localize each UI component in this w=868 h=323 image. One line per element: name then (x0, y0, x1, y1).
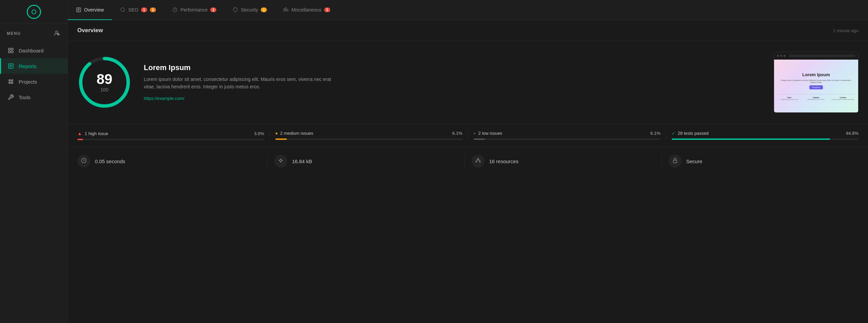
issue-high-bar (77, 139, 264, 140)
sidebar-item-projects[interactable]: Projects (0, 74, 67, 89)
score-text: 89 100 (97, 72, 113, 92)
stat-resources-icon-wrap (472, 155, 485, 168)
sidebar-item-dashboard[interactable]: Dashboard (0, 43, 67, 58)
preview-content: Lorem Ipsum Neque porro quisquam est qui… (774, 60, 858, 112)
stat-secure-icon-wrap (669, 155, 682, 168)
stat-resources: 16 resources (465, 155, 662, 168)
tab-security[interactable]: Security 1 (224, 0, 275, 20)
sidebar-logo (0, 0, 67, 24)
issue-high-text: 1 high issue (85, 131, 108, 136)
issue-low-text: 2 low issues (478, 131, 502, 136)
menu-label: MENU (7, 31, 21, 36)
issue-low-label: ● 2 low issues (474, 131, 502, 136)
svg-point-13 (12, 80, 13, 81)
issue-high-percent: 3.0% (254, 131, 264, 136)
issue-medium-bar-fill (275, 138, 287, 140)
svg-rect-4 (8, 48, 10, 50)
sidebar-item-reports[interactable]: Reports (0, 58, 67, 74)
overview-header: Overview 1 minute ago (68, 20, 868, 41)
score-max: 100 (97, 87, 113, 92)
issue-high-icon: ▲ (77, 131, 82, 136)
issue-low-icon: ● (474, 131, 476, 135)
tab-overview-label: Overview (84, 7, 104, 13)
sidebar-item-projects-label: Projects (19, 79, 37, 85)
svg-rect-27 (284, 8, 285, 11)
preview-dot-1 (777, 55, 779, 57)
tab-seo[interactable]: SEO 1 1 (112, 0, 164, 20)
issue-low-bar-fill (474, 138, 485, 140)
svg-line-25 (124, 11, 125, 12)
svg-rect-5 (12, 48, 13, 50)
svg-point-12 (9, 80, 11, 81)
score-circle: 89 100 (77, 55, 132, 109)
overview-title: Overview (77, 27, 103, 34)
issue-passed-label: ✓ 28 tests passed (672, 131, 709, 136)
preview-tagline: Neque porro quisquam est qui dolorem ips… (777, 79, 855, 83)
issue-low: ● 2 low issues 6.1% (468, 131, 666, 140)
svg-rect-28 (285, 8, 287, 11)
misc-tab-icon (283, 7, 289, 13)
tab-misc-label: Miscellaneous (291, 7, 321, 13)
issue-passed-bar (672, 138, 859, 140)
reports-icon (8, 63, 14, 69)
issue-passed: ✓ 28 tests passed 84.8% (666, 131, 859, 140)
site-url-link[interactable]: https://example.com/ (144, 96, 184, 101)
tab-performance-label: Performance (180, 7, 208, 13)
preview-footer-code: Code Completely open source code. (777, 96, 801, 100)
svg-point-35 (280, 159, 282, 162)
preview-footer-license: License One time payment, lifetime owner… (831, 96, 855, 100)
sidebar: MENU Dashboard (0, 0, 68, 323)
issue-passed-bar-fill (672, 138, 830, 140)
svg-line-34 (84, 160, 84, 161)
sidebar-item-tools[interactable]: Tools (0, 89, 67, 105)
svg-rect-6 (8, 51, 10, 53)
stat-size-icon-wrap (274, 155, 287, 168)
dashboard-icon (8, 47, 14, 53)
preview-footer-code-sub: Completely open source code. (777, 99, 801, 100)
svg-point-41 (476, 161, 477, 162)
svg-rect-29 (287, 9, 288, 11)
site-description: Lorem ipsum dolor sit amet, consectetur … (144, 76, 334, 91)
stat-size: 16.84 kB (268, 155, 465, 168)
issue-low-percent: 6.1% (650, 131, 660, 136)
site-info: Lorem Ipsum Lorem ipsum dolor sit amet, … (144, 63, 762, 102)
stat-secure-icon (672, 157, 678, 165)
preview-site-title: Lorem Ipsum (802, 72, 830, 77)
overview-tab-icon (76, 7, 81, 13)
stat-time-icon (81, 157, 87, 165)
stat-secure: Secure (662, 155, 859, 168)
preview-button: Products (809, 85, 823, 89)
issue-high-label: ▲ 1 high issue (77, 131, 108, 136)
logo-icon (27, 5, 41, 19)
stat-secure-label: Secure (686, 158, 703, 164)
stat-resources-label: 16 resources (489, 158, 519, 164)
preview-footer-updates-sub: All updates are free, forever. (804, 99, 828, 100)
issue-high-bar-fill (77, 139, 83, 140)
stat-resources-icon (475, 157, 481, 165)
logo-inner-circle (32, 9, 36, 14)
sidebar-menu-header: MENU (0, 24, 67, 41)
tab-seo-badge2: 1 (150, 7, 156, 12)
issue-passed-text: 28 tests passed (678, 131, 709, 136)
stat-size-label: 16.84 kB (292, 158, 312, 164)
sidebar-nav: Dashboard Reports (0, 41, 67, 107)
performance-tab-icon (172, 7, 178, 13)
stat-time-icon-wrap (77, 155, 90, 168)
issues-section: ▲ 1 high issue 3.0% ■ 2 medium issues 6.… (68, 124, 868, 147)
tab-miscellaneous[interactable]: Miscellaneous 1 (275, 0, 338, 20)
preview-footer: Code Completely open source code. Update… (777, 94, 855, 100)
sidebar-item-reports-label: Reports (19, 63, 37, 69)
projects-icon (8, 79, 14, 85)
tab-overview[interactable]: Overview (68, 0, 112, 20)
overview-timestamp: 1 minute ago (833, 28, 859, 33)
issue-medium-percent: 6.1% (452, 131, 462, 136)
tab-performance[interactable]: Performance 1 (164, 0, 224, 20)
tab-security-label: Security (241, 7, 258, 13)
stats-section: 0.05 seconds 16.84 kB (68, 147, 868, 175)
issue-high: ▲ 1 high issue 3.0% (77, 131, 270, 140)
svg-point-42 (479, 161, 480, 162)
user-settings-icon[interactable] (53, 30, 61, 37)
score-value: 89 (97, 72, 113, 86)
main-content: Overview SEO 1 1 Performance 1 (68, 0, 868, 323)
issue-medium-bar (275, 138, 462, 140)
